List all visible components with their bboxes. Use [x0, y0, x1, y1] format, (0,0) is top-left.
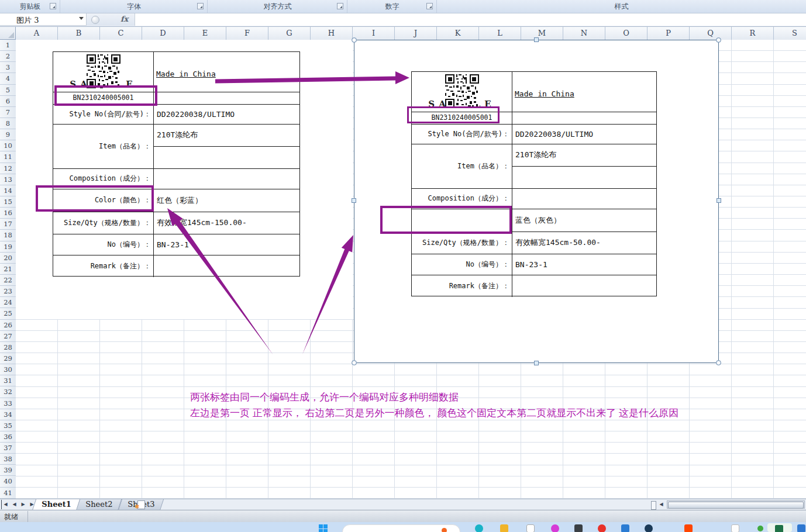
- taskbar-icon-dark-app[interactable]: [574, 524, 583, 532]
- column-header-L[interactable]: L: [479, 27, 521, 40]
- taskbar-icon-red-app[interactable]: [598, 524, 606, 532]
- row-header-9[interactable]: 9: [0, 129, 16, 140]
- tab-split-handle[interactable]: [651, 501, 656, 510]
- row-header-14[interactable]: 14: [0, 185, 16, 196]
- taskbar-icon-document[interactable]: [526, 524, 535, 532]
- row-header-3[interactable]: 3: [0, 62, 16, 73]
- selection-handle[interactable]: [352, 198, 356, 203]
- highlight-box-left-color[interactable]: [36, 185, 154, 212]
- column-header-H[interactable]: H: [311, 27, 353, 40]
- row-header-31[interactable]: 31: [0, 375, 16, 386]
- formula-bar-grip[interactable]: [91, 16, 99, 24]
- row-header-34[interactable]: 34: [0, 409, 16, 420]
- row-header-26[interactable]: 26: [0, 320, 16, 331]
- taskbar-icon-green-app[interactable]: [757, 526, 763, 531]
- row-header-19[interactable]: 19: [0, 241, 16, 253]
- row-header-29[interactable]: 29: [0, 353, 16, 364]
- row-header-13[interactable]: 13: [0, 174, 16, 185]
- row-header-41[interactable]: 41: [0, 488, 16, 499]
- row-header-25[interactable]: 25: [0, 308, 16, 319]
- row-header-30[interactable]: 30: [0, 364, 16, 375]
- row-header-8[interactable]: 8: [0, 118, 16, 129]
- taskbar-icon-word[interactable]: [621, 524, 629, 532]
- taskbar-icon-orange-app[interactable]: [684, 524, 693, 532]
- next-sheet-button[interactable]: ▶: [19, 500, 27, 509]
- taskbar-icon-browser[interactable]: [475, 524, 483, 532]
- row-header-10[interactable]: 10: [0, 140, 16, 151]
- formula-input[interactable]: [135, 13, 806, 26]
- row-header-23[interactable]: 23: [0, 286, 16, 297]
- taskbar-search-input[interactable]: [342, 524, 460, 532]
- insert-sheet-button[interactable]: ✱: [136, 500, 146, 509]
- sheet-tab-sheet2[interactable]: Sheet2: [76, 499, 122, 510]
- name-box[interactable]: 图片 3: [0, 13, 87, 26]
- horizontal-scrollbar[interactable]: [667, 500, 805, 509]
- highlight-box-left-barcode[interactable]: [54, 85, 157, 106]
- dialog-launcher-icon[interactable]: [426, 3, 433, 9]
- start-button[interactable]: [319, 524, 328, 532]
- column-header-A[interactable]: A: [16, 27, 58, 40]
- column-header-P[interactable]: P: [647, 27, 690, 40]
- column-header-R[interactable]: R: [732, 27, 774, 40]
- prev-sheet-button[interactable]: ◀: [11, 500, 18, 509]
- row-header-4[interactable]: 4: [0, 73, 16, 84]
- selection-handle[interactable]: [352, 37, 357, 43]
- highlight-box-right-color-missing[interactable]: [380, 206, 512, 234]
- column-header-I[interactable]: I: [353, 27, 395, 40]
- selection-handle[interactable]: [352, 360, 357, 365]
- insert-function-icon[interactable]: fx: [120, 15, 128, 23]
- column-header-K[interactable]: K: [437, 27, 479, 40]
- column-header-G[interactable]: G: [268, 27, 311, 40]
- row-header-12[interactable]: 12: [0, 163, 16, 174]
- row-header-22[interactable]: 22: [0, 275, 16, 286]
- taskbar-icon-excel-active[interactable]: [767, 523, 792, 532]
- column-header-F[interactable]: F: [226, 27, 268, 40]
- column-header-J[interactable]: J: [395, 27, 437, 40]
- column-header-D[interactable]: D: [142, 27, 184, 40]
- row-header-6[interactable]: 6: [0, 96, 16, 107]
- column-header-E[interactable]: E: [184, 27, 226, 40]
- row-header-24[interactable]: 24: [0, 297, 16, 308]
- taskbar-icon-folder[interactable]: [500, 524, 508, 532]
- taskbar-icon-blue-app[interactable]: [797, 524, 805, 532]
- column-header-N[interactable]: N: [563, 27, 605, 40]
- row-header-35[interactable]: 35: [0, 420, 16, 431]
- row-header-20[interactable]: 20: [0, 253, 16, 264]
- row-header-17[interactable]: 17: [0, 219, 16, 230]
- row-header-11[interactable]: 11: [0, 151, 16, 163]
- selection-handle[interactable]: [717, 198, 721, 203]
- row-header-36[interactable]: 36: [0, 431, 16, 443]
- row-header-33[interactable]: 33: [0, 398, 16, 409]
- taskbar-icon-pink-app[interactable]: [551, 524, 559, 532]
- dialog-launcher-icon[interactable]: [197, 3, 204, 9]
- row-header-21[interactable]: 21: [0, 264, 16, 275]
- selection-handle[interactable]: [534, 361, 539, 365]
- selection-handle[interactable]: [716, 37, 721, 43]
- column-header-S[interactable]: S: [774, 27, 806, 40]
- row-header-32[interactable]: 32: [0, 386, 16, 398]
- scrollbar-thumb[interactable]: [668, 502, 804, 509]
- first-sheet-button[interactable]: ◀: [1, 500, 9, 509]
- chevron-down-icon[interactable]: [79, 17, 84, 20]
- right-label-table[interactable]: SAMPLE BN2310240005001 Made in China Sty…: [411, 71, 657, 296]
- selection-handle[interactable]: [534, 37, 539, 42]
- row-header-39[interactable]: 39: [0, 465, 16, 476]
- column-header-C[interactable]: C: [100, 27, 142, 40]
- taskbar-icon-white-app[interactable]: [731, 524, 739, 532]
- row-header-38[interactable]: 38: [0, 454, 16, 465]
- row-header-2[interactable]: 2: [0, 51, 16, 62]
- column-header-Q[interactable]: Q: [690, 27, 732, 40]
- dialog-launcher-icon[interactable]: [337, 3, 343, 9]
- row-header-7[interactable]: 7: [0, 107, 16, 118]
- row-header-16[interactable]: 16: [0, 208, 16, 219]
- row-header-15[interactable]: 15: [0, 196, 16, 208]
- row-header-40[interactable]: 40: [0, 476, 16, 487]
- select-all-corner[interactable]: [0, 27, 16, 40]
- column-header-O[interactable]: O: [605, 27, 647, 40]
- row-header-37[interactable]: 37: [0, 443, 16, 454]
- scroll-left-arrow-icon[interactable]: ◀: [657, 500, 665, 509]
- row-header-5[interactable]: 5: [0, 85, 16, 96]
- column-header-B[interactable]: B: [58, 27, 100, 40]
- row-header-28[interactable]: 28: [0, 342, 16, 353]
- row-header-1[interactable]: 1: [0, 40, 16, 51]
